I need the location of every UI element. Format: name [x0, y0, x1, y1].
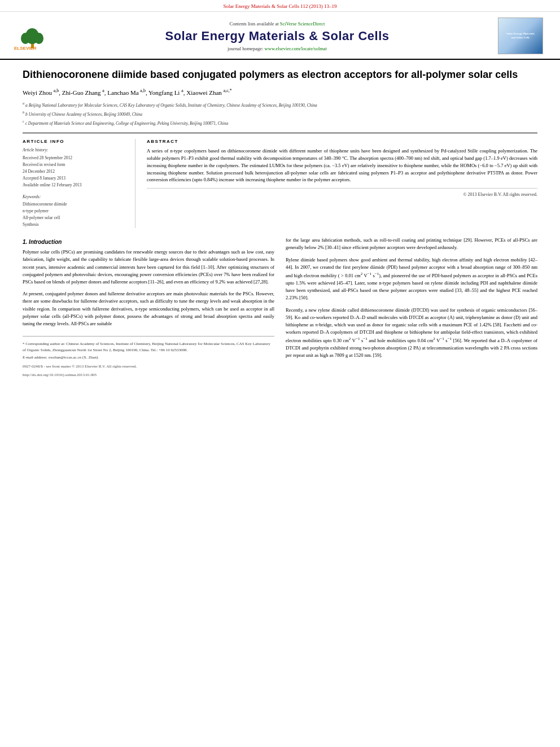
journal-cover-image: Solar Energy Materials and Solar Cells: [498, 18, 543, 54]
journal-title: Solar Energy Materials & Solar Cells: [62, 29, 492, 43]
history-item-2: Received in revised form: [23, 161, 126, 168]
footnote-email: E-mail address: xwzhan@iccas.ac.cn (X. Z…: [23, 355, 274, 361]
abstract-column: ABSTRACT A series of n-type copolymers b…: [147, 139, 537, 228]
footnote-corresponding: * Corresponding author at: Chinese Acade…: [23, 341, 274, 353]
issn-line: 0927-0248/$ - see front matter © 2013 El…: [23, 364, 274, 370]
contents-line: Contents lists available at SciVerse Sci…: [62, 21, 492, 27]
right-paragraph-2: Rylene diimide based polymers show good …: [286, 256, 537, 302]
body-right-column: for the large area fabrication methods, …: [286, 237, 537, 379]
affiliation-b: b b University of Chinese Academy of Sci…: [23, 110, 537, 117]
article-title: Dithienocoronene diimide based conjugate…: [23, 68, 537, 81]
intro-section-title: 1. Introduction: [23, 239, 274, 245]
body-section: 1. Introduction Polymer solar cells (PSC…: [23, 237, 537, 379]
keyword-3: All-polymer solar cell: [23, 215, 126, 221]
homepage-line: journal homepage: www.elsevier.com/locat…: [62, 46, 492, 51]
abstract-text: A series of n-type copolymers based on d…: [147, 147, 537, 184]
keywords-label: Keywords:: [23, 194, 126, 199]
history-item-1: Received 28 September 2012: [23, 155, 126, 161]
footnote-area: * Corresponding author at: Chinese Acade…: [23, 336, 274, 378]
keywords-section: Keywords: Dithienocoronene diimide n-typ…: [23, 194, 126, 228]
intro-paragraph-2: At present, conjugated polymer donors an…: [23, 290, 274, 327]
affiliation-a: a a Beijing National Laboratory for Mole…: [23, 101, 537, 108]
intro-paragraph-1: Polymer solar cells (PSCs) are promising…: [23, 248, 274, 286]
abstract-header: ABSTRACT: [147, 139, 537, 144]
keyword-1: Dithienocoronene diimide: [23, 201, 126, 208]
right-paragraph-1: for the large area fabrication methods, …: [286, 237, 537, 251]
keyword-4: Synthesis: [23, 221, 126, 228]
svg-point-2: [21, 33, 30, 44]
svg-point-3: [34, 33, 43, 44]
article-history-label: Article history:: [23, 147, 126, 152]
svg-text:ELSEVIER: ELSEVIER: [14, 46, 37, 51]
article-info-abstract-section: ARTICLE INFO Article history: Received 2…: [23, 133, 537, 228]
article-info-column: ARTICLE INFO Article history: Received 2…: [23, 139, 135, 228]
history-item-5: Available online 12 February 2013: [23, 182, 126, 189]
doi-line: http://dx.doi.org/10.1016/j.solmat.2013.…: [23, 372, 274, 378]
top-bar: Solar Energy Materials & Solar Cells 112…: [0, 0, 560, 12]
journal-header: ELSEVIER Contents lists available at Sci…: [0, 12, 560, 60]
keyword-2: n-type polymer: [23, 208, 126, 215]
sciverse-link[interactable]: SciVerse ScienceDirect: [280, 21, 325, 27]
copyright-line: © 2013 Elsevier B.V. All rights reserved…: [147, 188, 537, 197]
journal-cover-area: Solar Energy Materials and Solar Cells: [498, 18, 549, 54]
authors-line: Weiyi Zhou a,b, Zhi-Guo Zhang a, Lanchao…: [23, 88, 537, 96]
journal-citation: Solar Energy Materials & Solar Cells 112…: [224, 3, 337, 9]
homepage-link[interactable]: www.elsevier.com/locate/solmat: [265, 46, 327, 51]
affiliation-c: c c Department of Materials Science and …: [23, 119, 537, 126]
main-content: Dithienocoronene diimide based conjugate…: [0, 60, 560, 391]
right-paragraph-3: Recently, a new rylene diimide called di…: [286, 307, 537, 360]
affiliations: a a Beijing National Laboratory for Mole…: [23, 101, 537, 126]
journal-header-center: Contents lists available at SciVerse Sci…: [62, 21, 492, 51]
history-item-3: 24 December 2012: [23, 168, 126, 175]
elsevier-logo-area: ELSEVIER: [11, 20, 56, 51]
body-left-column: 1. Introduction Polymer solar cells (PSC…: [23, 237, 274, 379]
elsevier-logo: ELSEVIER: [11, 20, 54, 51]
article-info-header: ARTICLE INFO: [23, 139, 126, 144]
history-item-4: Accepted 8 January 2013: [23, 175, 126, 182]
